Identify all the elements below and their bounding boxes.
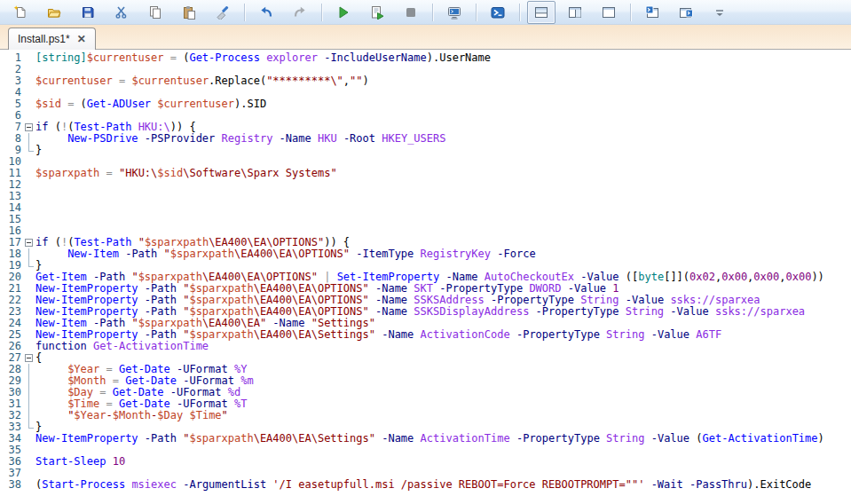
fold-column (21, 87, 35, 98)
open-script-button[interactable] (40, 1, 68, 24)
toolbar-separator (432, 4, 433, 21)
fold-column (21, 168, 35, 179)
fold-column (21, 445, 35, 456)
new-script-icon (13, 5, 28, 20)
fold-column (21, 64, 35, 75)
fold-column (21, 468, 35, 479)
code-line: 13 (0, 191, 851, 202)
new-remote-powershell-tab-button[interactable] (440, 1, 469, 24)
run-selection-icon (370, 5, 384, 20)
code-text: (Start-Process msiexec -ArgumentList '/I… (35, 479, 811, 491)
tab-bar: Install.ps1* ✕ (0, 25, 851, 50)
code-line: 1[string]$currentuser = (Get-Process exp… (0, 52, 851, 64)
window-ps-left-icon (645, 5, 659, 20)
fold-guide (21, 387, 35, 398)
code-text: Start-Sleep 10 (35, 456, 125, 468)
code-line: 15 (0, 214, 851, 225)
clear-console-icon (216, 5, 230, 20)
fold-toggle-icon[interactable] (21, 122, 35, 133)
toolbar-separator (630, 4, 631, 21)
new-script-button[interactable] (6, 1, 35, 24)
code-line: 12 (0, 179, 851, 191)
code-line: 38(Start-Process msiexec -ArgumentList '… (0, 479, 851, 491)
code-line: 26function Get-ActivationTime (0, 341, 851, 352)
code-line: 3$currentuser = $currentuser.Replace("**… (0, 75, 851, 87)
code-area: 1[string]$currentuser = (Get-Process exp… (0, 52, 851, 491)
close-tab-icon[interactable]: ✕ (77, 34, 86, 44)
script-pane-top-button[interactable] (527, 1, 556, 24)
fold-guide (21, 260, 35, 272)
save-button[interactable] (74, 1, 102, 24)
code-line: 34New-ItemProperty -Path "$sparxpath\EA4… (0, 433, 851, 445)
code-line: 14 (0, 202, 851, 214)
code-text: New-Item -Path "$sparxpath\EA400\EA\OPTI… (35, 248, 536, 260)
paste-button[interactable] (175, 1, 203, 24)
new-powershell-tab-button[interactable] (638, 1, 666, 24)
code-line: 9} (0, 145, 851, 156)
paste-clipboard-icon (182, 5, 196, 20)
fold-toggle-icon[interactable] (21, 352, 35, 364)
script-editor[interactable]: 1[string]$currentuser = (Get-Process exp… (0, 50, 851, 504)
clear-console-button[interactable] (209, 1, 237, 24)
fold-guide (21, 364, 35, 375)
fold-column (21, 456, 35, 468)
code-text: } (35, 145, 42, 156)
powershell-icon (491, 5, 505, 20)
fold-toggle-icon[interactable] (21, 237, 35, 248)
toolbar-separator (519, 4, 520, 21)
stop-operation-button[interactable] (397, 1, 425, 24)
run-script-button[interactable] (329, 1, 358, 24)
fold-column (21, 98, 35, 110)
code-text: function Get-ActivationTime (35, 341, 209, 352)
fold-guide (21, 421, 35, 433)
toolbar (0, 0, 851, 25)
show-script-pane-button[interactable] (672, 1, 700, 24)
pane-top-icon (534, 5, 548, 20)
code-text: [string]$currentuser = (Get-Process expl… (35, 52, 491, 64)
fold-column (21, 341, 35, 352)
line-number: 38 (0, 479, 21, 491)
fold-column (21, 295, 35, 306)
redo-button[interactable] (286, 1, 314, 24)
code-text: $sid = (Get-ADUser $currentuser).SID (35, 98, 266, 110)
toolbar-separator (244, 4, 245, 21)
copy-pages-icon (148, 5, 162, 20)
fold-column (21, 479, 35, 491)
undo-button[interactable] (252, 1, 280, 24)
fold-column (21, 329, 35, 341)
open-folder-icon (47, 5, 61, 20)
fold-column (21, 318, 35, 329)
cut-scissors-icon (114, 5, 129, 20)
fold-column (21, 191, 35, 202)
script-pane-maximized-button[interactable] (595, 1, 623, 24)
fold-guide (21, 398, 35, 410)
code-text: "$Year-$Month-$Day $Time" (35, 410, 228, 421)
code-line: 36Start-Sleep 10 (0, 456, 851, 468)
run-selection-button[interactable] (363, 1, 391, 24)
save-floppy-icon (81, 5, 95, 20)
fold-guide (21, 410, 35, 421)
fold-guide (21, 375, 35, 387)
fold-guide (21, 145, 35, 156)
cut-button[interactable] (107, 1, 136, 24)
fold-column (21, 156, 35, 168)
fold-column (21, 433, 35, 445)
code-text: $sparxpath = "HKU:\$sid\Software\Sparx S… (35, 168, 337, 179)
pane-right-icon (568, 5, 582, 20)
window-ps-right-icon (679, 5, 693, 20)
code-text: New-PSDrive -PSProvider Registry -Name H… (35, 133, 445, 145)
tab-install-ps1[interactable]: Install.ps1* ✕ (8, 28, 96, 50)
copy-button[interactable] (141, 1, 169, 24)
tab-label: Install.ps1* (18, 33, 70, 45)
code-line: 11$sparxpath = "HKU:\$sid\Software\Sparx… (0, 168, 851, 179)
overflow-chevron-icon (715, 5, 724, 20)
fold-column (21, 306, 35, 318)
toolbar-overflow-button[interactable] (705, 1, 734, 24)
script-pane-right-button[interactable] (561, 1, 589, 24)
start-powershell-button[interactable] (484, 1, 512, 24)
remote-computer-icon (447, 5, 461, 20)
fold-column (21, 272, 35, 283)
undo-arrow-icon (259, 5, 273, 20)
code-line: 18 New-Item -Path "$sparxpath\EA400\EA\O… (0, 248, 851, 260)
fold-column (21, 214, 35, 225)
